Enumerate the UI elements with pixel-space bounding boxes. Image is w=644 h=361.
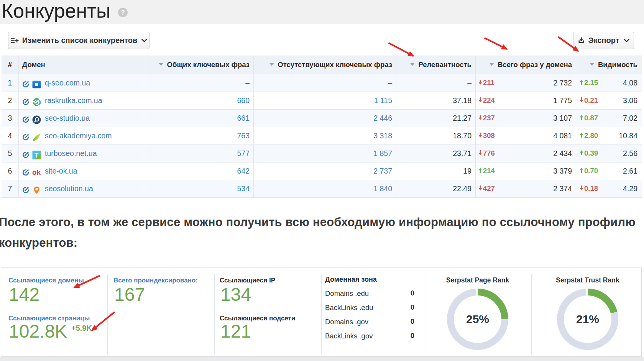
svg-text:S: S [35,99,38,105]
svg-text:ok: ok [32,168,41,176]
svg-text:T: T [34,152,38,159]
